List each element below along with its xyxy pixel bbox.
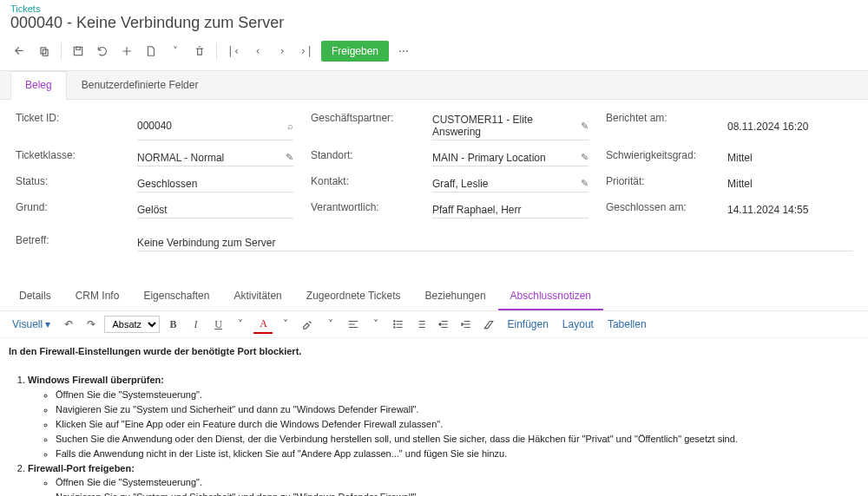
step2-heading: Firewall-Port freigeben: bbox=[28, 463, 135, 473]
edit-icon[interactable]: ✎ bbox=[581, 178, 589, 189]
field-ticketid[interactable]: 000040⌕ bbox=[137, 112, 293, 140]
field-responsible[interactable]: Pfaff Raphael, Herr bbox=[432, 201, 589, 219]
list-ul-icon[interactable] bbox=[389, 315, 408, 334]
chevron-down-icon[interactable]: ˅ bbox=[166, 42, 185, 61]
value-closed: 14.11.2024 14:55 bbox=[727, 201, 832, 219]
list-item: Öffnen Sie die "Systemsteuerung". bbox=[56, 476, 859, 490]
next-icon[interactable]: › bbox=[273, 42, 292, 61]
svg-point-6 bbox=[394, 327, 395, 328]
field-tclass[interactable]: NORMAL - Normal✎ bbox=[137, 149, 293, 166]
editor-layout[interactable]: Layout bbox=[557, 318, 599, 330]
label-partner: Geschäftspartner: bbox=[311, 112, 415, 140]
edit-icon[interactable]: ✎ bbox=[581, 152, 589, 163]
release-button[interactable]: Freigeben bbox=[321, 41, 389, 62]
label-responsible: Verantwortlich: bbox=[311, 201, 415, 219]
label-tclass: Ticketklasse: bbox=[16, 149, 120, 166]
tab-activities[interactable]: Aktivitäten bbox=[221, 283, 293, 310]
textcolor-icon[interactable]: A bbox=[253, 315, 273, 334]
list-item: Navigieren Sie zu "System und Sicherheit… bbox=[56, 491, 859, 496]
list-item: Suchen Sie die Anwendung oder den Dienst… bbox=[56, 433, 859, 447]
value-reason: Gelöst bbox=[137, 204, 168, 216]
align-icon[interactable] bbox=[344, 315, 363, 334]
label-contact: Kontakt: bbox=[311, 175, 415, 193]
more-icon[interactable]: ⋯ bbox=[394, 42, 413, 61]
search-icon[interactable]: ⌕ bbox=[287, 121, 293, 131]
editor-redo-icon[interactable]: ↷ bbox=[82, 315, 101, 334]
value-reported: 08.11.2024 16:20 bbox=[727, 112, 832, 140]
italic-icon[interactable]: I bbox=[186, 315, 205, 334]
value-subject: Keine Verbindung zum Server bbox=[137, 237, 275, 249]
editor-toolbar: Visuell ▾ ↶ ↷ Absatz B I U ˅ A ˅ ˅ ˅ Ein… bbox=[0, 311, 868, 338]
edit-icon[interactable]: ✎ bbox=[581, 121, 589, 132]
list-item: Öffnen Sie die "Systemsteuerung". bbox=[56, 388, 859, 402]
prev-icon[interactable]: ‹ bbox=[248, 42, 267, 61]
value-responsible: Pfaff Raphael, Herr bbox=[432, 204, 522, 216]
chevron-down-icon[interactable]: ˅ bbox=[276, 315, 295, 334]
tab-crminfo[interactable]: CRM Info bbox=[63, 283, 132, 310]
chevron-down-icon[interactable]: ˅ bbox=[231, 315, 250, 334]
svg-point-4 bbox=[394, 321, 395, 322]
value-partner: CUSTOMER11 - Elite Answering bbox=[432, 114, 581, 138]
label-reason: Grund: bbox=[16, 201, 120, 219]
delete-icon[interactable] bbox=[190, 42, 209, 61]
breadcrumb[interactable]: Tickets bbox=[0, 0, 868, 14]
copy-icon[interactable] bbox=[35, 42, 54, 61]
editor-undo-icon[interactable]: ↶ bbox=[59, 315, 78, 334]
indent-icon[interactable] bbox=[457, 315, 476, 334]
bold-icon[interactable]: B bbox=[163, 315, 182, 334]
first-icon[interactable]: |‹ bbox=[224, 42, 243, 61]
tab-properties[interactable]: Eigenschaften bbox=[131, 283, 221, 310]
list-item: Navigieren Sie zu "System und Sicherheit… bbox=[56, 403, 859, 417]
document-icon[interactable] bbox=[141, 42, 161, 61]
form-grid: Ticket ID: 000040⌕ Geschäftspartner: CUS… bbox=[0, 100, 868, 231]
editor-tables[interactable]: Tabellen bbox=[602, 318, 652, 330]
separator bbox=[61, 43, 62, 59]
field-subject[interactable]: Keine Verbindung zum Server bbox=[137, 234, 852, 251]
tab-closing-notes[interactable]: Abschlussnotizen bbox=[498, 283, 603, 310]
label-priority: Priorität: bbox=[606, 175, 710, 193]
chevron-down-icon[interactable]: ˅ bbox=[366, 315, 385, 334]
highlight-icon[interactable] bbox=[299, 315, 318, 334]
field-location[interactable]: MAIN - Primary Location✎ bbox=[432, 149, 589, 166]
field-contact[interactable]: Graff, Leslie✎ bbox=[432, 175, 589, 193]
note-intro: In den Firewall-Einstellungen wurde der … bbox=[9, 346, 301, 356]
label-subject: Betreff: bbox=[16, 234, 120, 251]
tab-relations[interactable]: Beziehungen bbox=[413, 283, 498, 310]
note-content[interactable]: In den Firewall-Einstellungen wurde der … bbox=[0, 338, 868, 496]
value-difficulty: Mittel bbox=[727, 149, 832, 166]
tab-assigned-tickets[interactable]: Zugeordnete Tickets bbox=[294, 283, 413, 310]
step-1: Windows Firewall überprüfen: Öffnen Sie … bbox=[28, 374, 859, 461]
chevron-down-icon[interactable]: ˅ bbox=[321, 315, 340, 334]
svg-point-5 bbox=[394, 323, 395, 324]
value-location: MAIN - Primary Location bbox=[432, 152, 546, 164]
value-tclass: NORMAL - Normal bbox=[137, 152, 224, 164]
list-ol-icon[interactable] bbox=[411, 315, 431, 334]
tab-details[interactable]: Details bbox=[7, 283, 63, 310]
label-location: Standort: bbox=[311, 149, 415, 166]
svg-rect-0 bbox=[41, 48, 46, 54]
back-icon[interactable] bbox=[10, 42, 30, 61]
value-ticketid: 000040 bbox=[137, 120, 172, 132]
save-icon[interactable] bbox=[69, 42, 88, 61]
tab-beleg[interactable]: Beleg bbox=[10, 71, 67, 100]
edit-icon[interactable]: ✎ bbox=[286, 152, 293, 163]
view-mode-label: Visuell bbox=[12, 318, 43, 330]
add-icon[interactable] bbox=[117, 42, 136, 61]
last-icon[interactable]: ›| bbox=[297, 42, 316, 61]
tab-custom-fields[interactable]: Benutzerdefinierte Felder bbox=[67, 71, 214, 99]
field-status[interactable]: Geschlossen bbox=[137, 175, 293, 193]
field-partner[interactable]: CUSTOMER11 - Elite Answering✎ bbox=[432, 112, 589, 140]
field-reason[interactable]: Gelöst bbox=[137, 201, 293, 219]
clear-format-icon[interactable] bbox=[479, 315, 498, 334]
view-mode[interactable]: Visuell ▾ bbox=[7, 318, 56, 330]
undo-icon[interactable] bbox=[93, 42, 112, 61]
separator bbox=[216, 43, 217, 59]
underline-icon[interactable]: U bbox=[208, 315, 227, 334]
editor-insert[interactable]: Einfügen bbox=[502, 318, 553, 330]
label-reported: Berichtet am: bbox=[606, 112, 710, 140]
paragraph-select[interactable]: Absatz bbox=[104, 316, 160, 333]
svg-rect-2 bbox=[74, 47, 82, 55]
outdent-icon[interactable] bbox=[434, 315, 453, 334]
svg-rect-3 bbox=[76, 47, 81, 49]
label-difficulty: Schwierigkeitsgrad: bbox=[606, 149, 710, 166]
